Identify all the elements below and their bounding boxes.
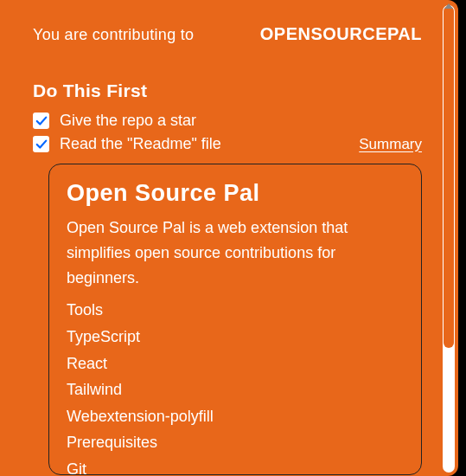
checklist-label: Read the "Readme" file	[60, 135, 221, 153]
checkmark-icon	[35, 115, 48, 127]
checkbox-star[interactable]	[33, 113, 49, 129]
readme-description: Open Source Pal is a web extension that …	[67, 215, 404, 290]
readme-line: Tools	[67, 297, 404, 324]
contributing-label: You are contributing to	[33, 26, 194, 44]
readme-line: Git	[67, 456, 404, 475]
checklist-item: Read the "Readme" file Summary	[33, 135, 437, 153]
checkbox-readme[interactable]	[33, 136, 49, 152]
summary-link[interactable]: Summary	[359, 136, 422, 153]
readme-title: Open Source Pal	[67, 180, 404, 207]
checklist-item: Give the repo a star	[33, 112, 437, 130]
checklist: Give the repo a star Read the "Readme" f…	[33, 112, 437, 153]
header: You are contributing to OPENSOURCEPAL	[33, 24, 437, 44]
readme-line: React	[67, 351, 404, 377]
readme-line: Prerequisites	[67, 429, 404, 456]
checkmark-icon	[35, 138, 48, 151]
section-title: Do This First	[33, 80, 437, 101]
checklist-label: Give the repo a star	[60, 112, 196, 130]
readme-line: Tailwind	[67, 376, 404, 403]
readme-line: TypeScript	[67, 324, 404, 351]
readme-box: Open Source Pal Open Source Pal is a web…	[48, 164, 422, 475]
scrollbar-up-arrow[interactable]	[444, 3, 453, 9]
app-name: OPENSOURCEPAL	[260, 24, 422, 44]
readme-line: Webextension-polyfill	[67, 403, 404, 430]
scrollbar-thumb[interactable]	[444, 6, 454, 348]
